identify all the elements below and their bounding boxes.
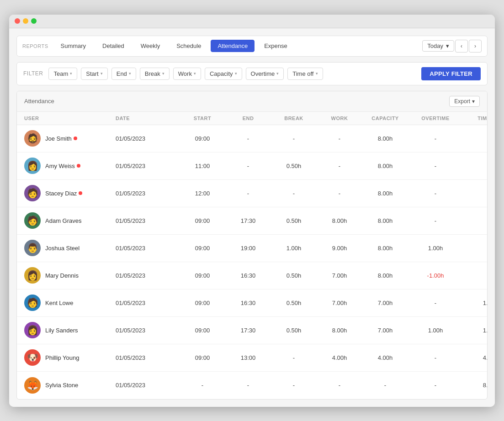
chevron-down-icon: ▾ [70, 71, 72, 76]
cell-timeoff: - [463, 190, 488, 197]
cell-capacity: 4.00h [362, 354, 408, 361]
tab-attendance[interactable]: Attendance [211, 40, 255, 52]
user-cell: 🧑 Adam Graves [24, 208, 116, 233]
cell-end: - [225, 135, 271, 142]
user-cell: 🧑 Stacey Diaz [24, 180, 116, 206]
cell-timeoff: 8.00h [463, 382, 488, 389]
col-start: START [180, 116, 225, 121]
user-name: Mary Dennis [45, 272, 79, 279]
user-name: Amy Weiss [45, 163, 80, 169]
tab-schedule[interactable]: Schedule [170, 40, 208, 52]
filter-break-label: Break [145, 70, 160, 77]
cell-start: 09:00 [180, 272, 225, 279]
cell-start: 11:00 [180, 163, 225, 169]
chevron-down-icon: ▾ [235, 71, 237, 76]
table-row[interactable]: 🐶 Phillip Young 01/05/2023 09:00 13:00 -… [17, 344, 487, 372]
user-name: Adam Graves [45, 217, 81, 224]
tab-summary[interactable]: Summary [53, 40, 93, 52]
date-display[interactable]: Today ▾ [422, 40, 454, 52]
table-row[interactable]: 🧑 Kent Lowe 01/05/2023 09:00 16:30 0.50h… [17, 289, 487, 317]
cell-work: - [317, 190, 362, 197]
chevron-down-icon: ▾ [276, 71, 279, 76]
user-cell: 👩 Amy Weiss [24, 153, 116, 179]
filter-overtime[interactable]: Overtime ▾ [246, 68, 284, 80]
cell-start: 09:00 [180, 354, 225, 361]
user-cell: 🧑 Kent Lowe [24, 290, 116, 316]
export-label: Export [454, 98, 470, 105]
table-row[interactable]: 🦊 Sylvia Stone 01/05/2023 - - - - - - 8.… [17, 372, 487, 399]
cell-date: 01/05/2023 [116, 272, 180, 279]
cell-break: - [271, 135, 317, 142]
close-button[interactable] [15, 18, 20, 24]
cell-end: - [225, 163, 271, 169]
filter-start[interactable]: Start ▾ [81, 68, 107, 80]
cell-break: 0.50h [271, 272, 317, 279]
cell-timeoff: - [463, 245, 488, 252]
tab-detailed[interactable]: Detailed [95, 40, 131, 52]
cell-end: 17:30 [225, 327, 271, 334]
cell-timeoff: - [463, 272, 488, 279]
cell-capacity: 8.00h [362, 272, 408, 279]
tab-weekly[interactable]: Weekly [134, 40, 167, 52]
cell-break: - [271, 354, 317, 361]
maximize-button[interactable] [31, 18, 37, 24]
filter-capacity[interactable]: Capacity ▾ [205, 68, 242, 80]
filter-timeoff[interactable]: Time off ▾ [287, 68, 323, 80]
table-row[interactable]: 🧑 Adam Graves 01/05/2023 09:00 17:30 0.5… [17, 207, 487, 235]
cell-timeoff: - [463, 217, 488, 224]
cell-date: 01/05/2023 [116, 354, 180, 361]
status-indicator [79, 191, 82, 195]
tab-expense[interactable]: Expense [257, 40, 294, 52]
cell-capacity: 8.00h [362, 163, 408, 169]
filter-work[interactable]: Work ▾ [173, 68, 201, 80]
cell-overtime: - [408, 163, 463, 169]
cell-capacity: 8.00h [362, 245, 408, 252]
cell-date: 01/05/2023 [116, 300, 180, 306]
cell-date: 01/05/2023 [116, 190, 180, 197]
cell-overtime: - [408, 190, 463, 197]
prev-date-button[interactable]: ‹ [455, 40, 468, 53]
table-row[interactable]: 🧔 Joe Smith 01/05/2023 09:00 - - - 8.00h… [17, 125, 487, 153]
table-row[interactable]: 👩 Mary Dennis 01/05/2023 09:00 16:30 0.5… [17, 262, 487, 289]
table-row[interactable]: 👨 Joshua Steel 01/05/2023 09:00 19:00 1.… [17, 235, 487, 262]
nav-bar: REPORTS Summary Detailed Weekly Schedule… [16, 36, 488, 57]
user-cell: 🐶 Phillip Young [24, 345, 116, 370]
cell-date: 01/05/2023 [116, 135, 180, 142]
cell-overtime: - [408, 300, 463, 306]
cell-work: - [317, 382, 362, 389]
cell-overtime: - [408, 135, 463, 142]
cell-start: 09:00 [180, 135, 225, 142]
col-date: DATE [116, 116, 180, 121]
cell-overtime: - [408, 217, 463, 224]
filter-break[interactable]: Break ▾ [140, 68, 170, 80]
table-row[interactable]: 🧑 Stacey Diaz 01/05/2023 12:00 - - - 8.0… [17, 180, 487, 207]
cell-capacity: - [362, 382, 408, 389]
next-date-button[interactable]: › [469, 40, 482, 53]
export-button[interactable]: Export ▾ [449, 96, 480, 107]
avatar: 🧑 [24, 295, 41, 311]
cell-capacity: 7.00h [362, 300, 408, 306]
cell-capacity: 8.00h [362, 217, 408, 224]
apply-filter-button[interactable]: APPLY FILTER [421, 67, 481, 80]
cell-timeoff: 1.00h [463, 327, 488, 334]
cell-start: 09:00 [180, 327, 225, 334]
avatar: 🧑 [24, 185, 41, 201]
cell-work: 4.00h [317, 354, 362, 361]
user-name: Lily Sanders [45, 327, 78, 334]
filter-team[interactable]: Team ▾ [48, 68, 77, 80]
status-indicator [74, 137, 77, 140]
cell-end: 13:00 [225, 354, 271, 361]
cell-overtime: - [408, 354, 463, 361]
cell-start: 12:00 [180, 190, 225, 197]
table-row[interactable]: 👩 Lily Sanders 01/05/2023 09:00 17:30 0.… [17, 317, 487, 344]
table-body: 🧔 Joe Smith 01/05/2023 09:00 - - - 8.00h… [17, 125, 487, 399]
minimize-button[interactable] [23, 18, 28, 24]
filter-timeoff-label: Time off [292, 70, 313, 77]
cell-timeoff: - [463, 163, 488, 169]
chevron-down-icon: ▾ [101, 71, 103, 76]
cell-break: 0.50h [271, 163, 317, 169]
table-row[interactable]: 👩 Amy Weiss 01/05/2023 11:00 - 0.50h - 8… [17, 153, 487, 180]
filter-work-label: Work [178, 70, 192, 77]
filter-end[interactable]: End ▾ [111, 68, 136, 80]
avatar: 👨 [24, 240, 41, 256]
